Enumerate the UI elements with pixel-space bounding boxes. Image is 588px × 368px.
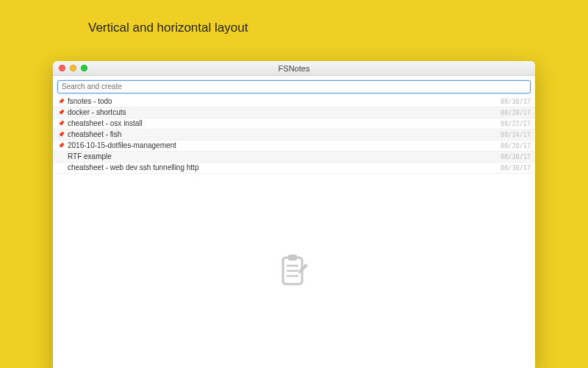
note-date: 08/30/17 — [501, 98, 531, 105]
note-title: cheatsheet - osx install — [68, 119, 501, 127]
note-date: 08/30/17 — [501, 164, 531, 171]
note-date: 08/24/17 — [501, 131, 531, 138]
list-item[interactable]: 📌cheatsheet - osx install08/27/17 — [53, 118, 535, 130]
list-item[interactable]: cheatsheet - web dev ssh tunnelling http… — [53, 163, 535, 174]
note-list: 📌fsnotes - todo08/30/17📌docker - shortcu… — [53, 96, 535, 174]
pin-icon: 📌 — [57, 99, 65, 105]
list-item[interactable]: 📌fsnotes - todo08/30/17 — [53, 96, 535, 107]
note-date: 08/28/17 — [501, 109, 531, 116]
note-title: fsnotes - todo — [68, 97, 501, 105]
pin-icon: 📌 — [57, 110, 65, 116]
note-title: cheatsheet - fish — [68, 130, 501, 138]
svg-rect-1 — [288, 255, 297, 261]
note-date: 08/30/17 — [501, 153, 531, 160]
editor-area — [53, 174, 535, 369]
window-title: FSNotes — [53, 64, 535, 73]
note-date: 08/20/17 — [501, 142, 531, 149]
page-heading: Vertical and horizontal layout — [88, 21, 248, 35]
app-window: FSNotes 📌fsnotes - todo08/30/17📌docker -… — [53, 61, 535, 368]
search-bar — [53, 76, 535, 96]
list-item[interactable]: 📌docker - shortcuts08/28/17 — [53, 107, 535, 118]
note-title: RTF example — [68, 152, 501, 160]
titlebar[interactable]: FSNotes — [53, 61, 535, 76]
search-input[interactable] — [57, 80, 531, 93]
pin-icon: 📌 — [57, 121, 65, 127]
note-title: 2016-10-15-dotfiles-management — [68, 141, 501, 149]
note-title: docker - shortcuts — [68, 108, 501, 116]
pin-icon: 📌 — [57, 132, 65, 138]
list-item[interactable]: RTF example08/30/17 — [53, 152, 535, 163]
clipboard-icon — [277, 253, 311, 289]
note-title: cheatsheet - web dev ssh tunnelling http — [68, 163, 501, 171]
list-item[interactable]: 📌2016-10-15-dotfiles-management08/20/17 — [53, 141, 535, 152]
note-date: 08/27/17 — [501, 120, 531, 127]
list-item[interactable]: 📌cheatsheet - fish08/24/17 — [53, 130, 535, 141]
pin-icon: 📌 — [57, 143, 65, 149]
